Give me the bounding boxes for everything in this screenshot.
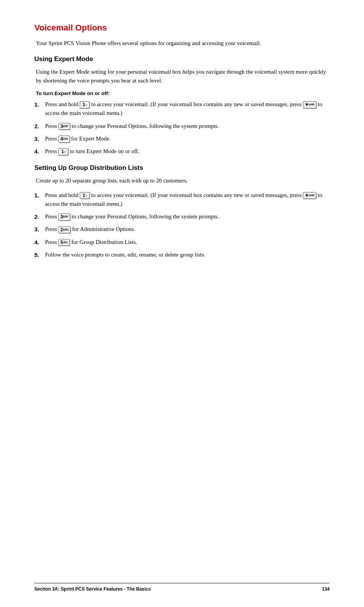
key-4-ghi: 4GHI [58,136,69,142]
section-heading-expert-mode: Using Expert Mode [34,55,330,63]
step-content: Press and hold 1⌂ to access your voicema… [45,100,330,118]
step-text-mid: to access your voicemail. (If your voice… [91,101,303,107]
step-text-before: Press [45,239,58,245]
step-content: Press 3DEF to change your Personal Optio… [45,212,330,221]
expert-mode-steps: 1. Press and hold 1⌂ to access your voic… [34,100,330,156]
key-star-shift-2: ✶shift [303,192,316,199]
step-text-only: Follow the voice prompts to create, edit… [45,252,205,258]
step-number: 3. [34,225,45,234]
expert-step-2: 2. Press 3DEF to change your Personal Op… [34,122,330,131]
step-text-after: for Expert Mode. [71,136,111,142]
step-number: 2. [34,212,45,221]
key-5-jkl: 5JKL [58,239,70,246]
key-3-def: 3DEF [58,123,70,130]
step-number: 1. [34,100,45,109]
step-number: 2. [34,122,45,131]
step-text-before: Press and hold [45,101,80,107]
step-content: Press 5JKL for Group Distribution Lists. [45,238,330,247]
group-step-2: 2. Press 3DEF to change your Personal Op… [34,212,330,221]
step-text-before: Press [45,213,58,220]
step-text-after: for Administrative Options. [72,226,135,232]
step-text-after: to change your Personal Options, followi… [72,123,219,129]
key-3-def-2: 3DEF [58,213,70,220]
page-title: Voicemail Options [34,23,330,33]
step-content: Press 3DEF to change your Personal Optio… [45,122,330,131]
step-number: 4. [34,147,45,156]
section-expert-mode: Using Expert Mode Using the Expert Mode … [34,55,330,156]
group-step-4: 4. Press 5JKL for Group Distribution Lis… [34,238,330,247]
group-step-1: 1. Press and hold 1⌂ to access your voic… [34,191,330,209]
step-text-before: Press [45,148,58,154]
step-text-after: for Group Distribution Lists. [71,239,137,245]
step-content: Press 2ABC for Administrative Options. [45,225,330,234]
step-content: Press 1⌂ to turn Expert Mode on or off. [45,147,330,156]
section-body-expert-mode: Using the Expert Mode setting for your p… [36,68,330,86]
sub-heading-expert-mode: To turn Expert Mode on or off: [36,90,330,96]
section-heading-group: Setting Up Group Distribution Lists [34,164,330,172]
step-text-after: to turn Expert Mode on or off. [70,148,139,154]
key-1: 1⌂ [58,148,68,155]
key-star-shift: ✶shift [303,101,316,108]
intro-text: Your Sprint PCS Vision Phone offers seve… [36,39,330,48]
section-group-distribution: Setting Up Group Distribution Lists Crea… [34,164,330,259]
step-number: 1. [34,191,45,200]
expert-step-4: 4. Press 1⌂ to turn Expert Mode on or of… [34,147,330,156]
expert-step-3: 3. Press 4GHI for Expert Mode. [34,134,330,143]
step-text-before: Press [45,136,58,142]
key-1-voicemail: 1⌂ [80,101,90,108]
group-distribution-steps: 1. Press and hold 1⌂ to access your voic… [34,191,330,260]
group-step-3: 3. Press 2ABC for Administrative Options… [34,225,330,234]
step-text-mid: to access your voicemail. (If your voice… [91,192,303,198]
page: Voicemail Options Your Sprint PCS Vision… [0,0,364,607]
step-text-before: Press and hold [45,192,80,198]
step-content: Press 4GHI for Expert Mode. [45,134,330,143]
key-1-voicemail-2: 1⌂ [80,192,90,199]
footer-page-number: 134 [322,586,330,592]
step-text-after: to change your Personal Options, followi… [72,213,219,220]
step-content: Follow the voice prompts to create, edit… [45,250,330,259]
key-2-abc: 2ABC [58,226,71,233]
step-text-before: Press [45,123,58,129]
page-footer: Section 3A: Sprint PCS Service Features … [34,583,330,592]
step-number: 5. [34,250,45,259]
step-content: Press and hold 1⌂ to access your voicema… [45,191,330,209]
section-body-group: Create up to 20 separate group lists, ea… [36,176,330,185]
footer-left-text: Section 3A: Sprint PCS Service Features … [34,586,151,592]
step-number: 3. [34,134,45,143]
step-number: 4. [34,238,45,247]
step-text-before: Press [45,226,58,232]
expert-step-1: 1. Press and hold 1⌂ to access your voic… [34,100,330,118]
group-step-5: 5. Follow the voice prompts to create, e… [34,250,330,259]
